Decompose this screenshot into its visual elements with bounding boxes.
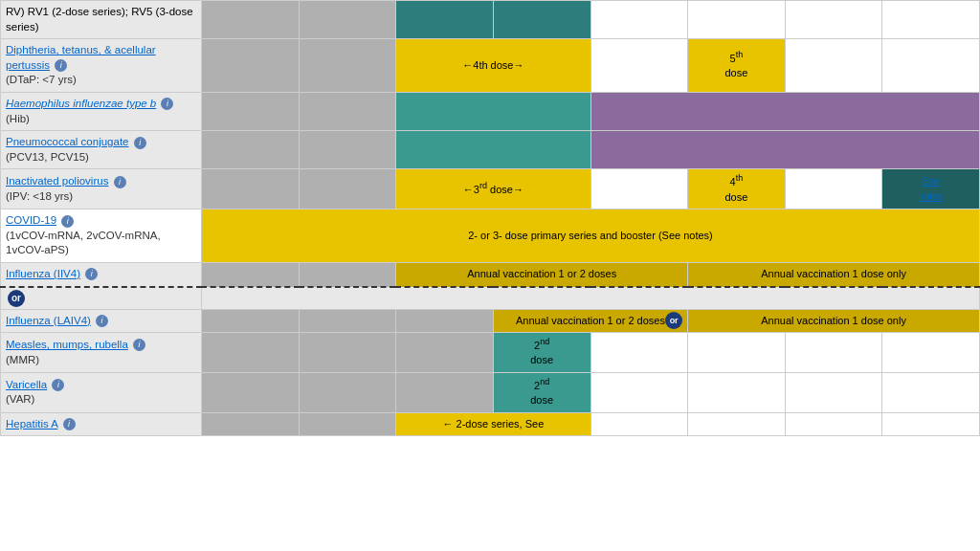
table-row: RV) RV1 (2-dose series); RV5 (3-dose ser… (1, 1, 980, 39)
var-second-dose: 2nddose (493, 373, 590, 413)
age-cell (688, 1, 786, 39)
age-cell (493, 1, 590, 39)
vaccine-link-dtap[interactable]: Diphtheria, tetanus, & acellular pertuss… (6, 44, 156, 71)
vaccine-name-ipv: Inactivated poliovirus i (IPV: <18 yrs) (1, 169, 202, 209)
age-cell (688, 412, 786, 436)
vaccine-name-text: RV) RV1 (2-dose series); RV5 (3-dose ser… (6, 6, 193, 33)
hib-purple-cell (590, 92, 980, 130)
age-cell (785, 333, 882, 373)
or-spacer (202, 287, 980, 310)
iiv4-annual-cell-2: Annual vaccination 1 dose only (688, 262, 980, 286)
age-cell (590, 169, 688, 209)
age-cell (882, 39, 980, 93)
ipv-third-dose: ←3rd dose→ (396, 169, 590, 209)
age-cell (299, 131, 396, 169)
age-cell (396, 309, 494, 333)
vaccine-link-hepa[interactable]: Hepatitis A (6, 418, 57, 430)
age-cell (785, 1, 882, 39)
age-cell (202, 262, 300, 286)
table-row-dtap: Diphtheria, tetanus, & acellular pertuss… (1, 39, 980, 93)
age-cell (299, 1, 396, 39)
age-cell (590, 1, 688, 39)
iiv4-annual-cell: Annual vaccination 1 or 2 doses (396, 262, 688, 286)
info-icon-hib[interactable]: i (161, 98, 173, 110)
age-cell (590, 39, 688, 93)
ipv-fourth-dose: 4thdose (688, 169, 786, 209)
vaccine-link-pcv[interactable]: Pneumococcal conjugate (6, 136, 129, 147)
table-row-var: Varicella i (VAR) 2nddose (1, 373, 980, 413)
ipv-see-notes: Seenotes (882, 169, 980, 209)
info-icon-pcv[interactable]: i (134, 137, 146, 149)
table-row-laiv4: Influenza (LAIV4) i or Annual vaccinatio… (1, 309, 980, 333)
vaccine-name-mmr: Measles, mumps, rubella i (MMR) (1, 333, 202, 373)
age-cell (299, 262, 396, 286)
info-icon-dtap[interactable]: i (55, 59, 67, 72)
age-cell (882, 1, 980, 39)
age-cell (202, 333, 300, 373)
or-separator-row: or (1, 287, 980, 310)
vaccine-name-hepa: Hepatitis A i (1, 412, 202, 436)
info-icon-var[interactable]: i (52, 379, 64, 391)
info-icon-iiv4[interactable]: i (85, 268, 98, 280)
age-cell (688, 373, 786, 413)
vaccine-name-hib: Haemophilus influenzae type b i (Hib) (1, 92, 202, 130)
covid-dose-cell: 2- or 3- dose primary series and booster… (202, 209, 980, 263)
age-cell (396, 373, 494, 413)
age-cell (785, 169, 882, 209)
age-cell (299, 92, 396, 130)
vaccine-link-hib[interactable]: Haemophilus influenzae type b (6, 98, 156, 109)
age-cell (785, 373, 882, 413)
vaccine-link-ipv[interactable]: Inactivated poliovirus (6, 175, 108, 187)
age-cell (590, 373, 688, 413)
age-cell (882, 412, 980, 436)
age-cell (396, 333, 494, 373)
age-cell (785, 39, 882, 93)
age-cell (882, 373, 980, 413)
table-row-mmr: Measles, mumps, rubella i (MMR) 2nddose (1, 333, 980, 373)
info-icon-ipv[interactable]: i (114, 176, 126, 188)
age-cell (202, 1, 300, 39)
age-cell (202, 131, 300, 169)
vaccine-link-var[interactable]: Varicella (6, 379, 47, 390)
vaccine-link-mmr[interactable]: Measles, mumps, rubella (6, 339, 128, 350)
age-cell (299, 412, 396, 436)
pcv-dose-cell (396, 131, 590, 169)
vaccine-link-iiv4[interactable]: Influenza (IIV4) (6, 268, 80, 279)
info-icon-laiv4[interactable]: i (96, 315, 108, 327)
vaccine-name-cell: RV) RV1 (2-dose series); RV5 (3-dose ser… (1, 1, 202, 39)
hepa-dose-cell: ← 2-dose series, See (396, 412, 590, 436)
age-cell (590, 412, 688, 436)
pcv-purple-cell (590, 131, 980, 169)
info-icon-covid[interactable]: i (61, 215, 74, 228)
vaccine-name-var: Varicella i (VAR) (1, 373, 202, 413)
vaccine-link-laiv4[interactable]: Influenza (LAIV4) (6, 315, 91, 326)
vaccine-name-dtap: Diphtheria, tetanus, & acellular pertuss… (1, 39, 202, 93)
vaccine-name-iiv4: Influenza (IIV4) i (1, 262, 202, 286)
age-cell (299, 169, 396, 209)
table-row-ipv: Inactivated poliovirus i (IPV: <18 yrs) … (1, 169, 980, 209)
info-icon-mmr[interactable]: i (133, 339, 145, 351)
age-cell (785, 412, 882, 436)
age-cell (299, 309, 396, 333)
age-cell (299, 373, 396, 413)
vaccine-schedule-table: RV) RV1 (2-dose series); RV5 (3-dose ser… (0, 0, 980, 436)
table-row-iiv4: Influenza (IIV4) i Annual vaccination 1 … (1, 262, 980, 286)
age-cell (202, 39, 300, 93)
hib-dose-cell (396, 92, 590, 130)
age-cell (202, 412, 300, 436)
age-cell (202, 92, 300, 130)
age-cell (299, 333, 396, 373)
age-cell (882, 333, 980, 373)
fourth-dose-cell: ←4th dose→ (396, 39, 590, 93)
info-icon-hepa[interactable]: i (63, 418, 76, 430)
table-row-hepa: Hepatitis A i ← 2-dose series, See (1, 412, 980, 436)
vaccine-subtitle-dtap: (DTaP: <7 yrs) (6, 74, 77, 85)
age-cell (688, 333, 786, 373)
age-cell (202, 169, 300, 209)
vaccine-name-covid: COVID-19 i (1vCOV-mRNA, 2vCOV-mRNA, 1vCO… (1, 209, 202, 263)
vaccine-name-laiv4: Influenza (LAIV4) i (1, 309, 202, 333)
age-cell (590, 333, 688, 373)
vaccine-name-pcv: Pneumococcal conjugate i (PCV13, PCV15) (1, 131, 202, 169)
vaccine-link-covid[interactable]: COVID-19 (6, 214, 56, 226)
fifth-dose-cell: 5thdose (688, 39, 786, 93)
